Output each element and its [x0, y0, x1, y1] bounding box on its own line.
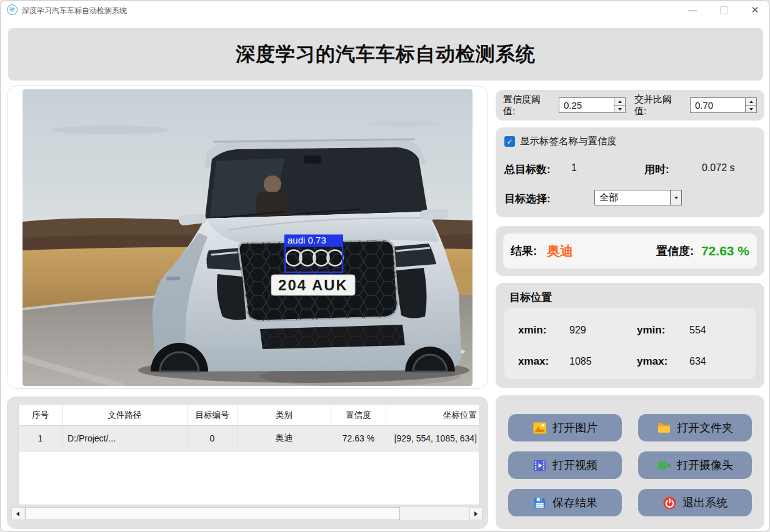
iou-threshold-input[interactable]: [691, 98, 745, 112]
iou-threshold-label: 交并比阈值:: [634, 94, 684, 117]
folder-icon: [657, 421, 671, 435]
dropdown-arrow-button[interactable]: [670, 190, 681, 205]
result-confidence-label: 置信度:: [656, 244, 694, 259]
open-camera-button[interactable]: 打开摄像头: [638, 451, 752, 479]
cell-confidence: 72.63 %: [331, 426, 386, 451]
horizontal-scrollbar[interactable]: [11, 506, 483, 521]
save-icon: [532, 496, 547, 510]
confidence-spin-up-button[interactable]: [614, 98, 625, 105]
open-folder-button[interactable]: 打开文件夹: [638, 414, 752, 441]
col-header-class: 类别: [238, 405, 331, 425]
actions-card: 打开图片 打开文件夹 打开视频: [496, 395, 764, 529]
confidence-threshold-spinbox[interactable]: [559, 97, 626, 113]
xmax-label: xmax:: [518, 355, 549, 368]
col-header-confidence: 置信度: [331, 405, 386, 425]
confidence-threshold-input[interactable]: [559, 98, 614, 112]
cell-index: 1: [19, 426, 62, 451]
xmax-value: 1085: [569, 356, 592, 367]
confidence-spin-down-button[interactable]: [614, 105, 625, 112]
xmin-value: 929: [569, 325, 586, 336]
result-card: 结果: 奥迪 置信度: 72.63 %: [496, 226, 764, 276]
open-image-label: 打开图片: [552, 420, 598, 435]
open-video-label: 打开视频: [552, 458, 598, 473]
save-results-button[interactable]: 保存结果: [508, 489, 622, 516]
scroll-left-icon: [16, 511, 19, 516]
show-labels-label: 显示标签名称与置信度: [520, 135, 617, 148]
table-header-row: 序号 文件路径 目标编号 类别 置信度 坐标位置: [19, 405, 479, 426]
elapsed-time-label: 用时:: [644, 162, 669, 177]
thresholds-card: 置信度阈值: 交并比阈值:: [496, 90, 764, 121]
results-table: 序号 文件路径 目标编号 类别 置信度 坐标位置 1 D:/Project/..…: [18, 404, 479, 505]
detection-label: audi 0.73: [288, 235, 326, 245]
power-icon: [662, 496, 677, 510]
open-video-button[interactable]: 打开视频: [508, 451, 622, 479]
col-header-filepath: 文件路径: [62, 405, 188, 425]
cell-coords: [929, 554, 1085, 634]: [386, 426, 479, 451]
target-select-label: 目标选择:: [504, 192, 551, 206]
maximize-button[interactable]: [713, 1, 734, 19]
camera-icon: [657, 458, 671, 473]
col-header-index: 序号: [19, 405, 62, 425]
target-position-card: 目标位置 xmin: 929 ymin: 554 xmax: 1085 ymax…: [496, 283, 764, 388]
detected-image: 204 AUK audi 0.73: [22, 89, 472, 386]
xmin-label: xmin:: [518, 324, 546, 337]
result-confidence-value: 72.63 %: [701, 244, 749, 259]
confidence-threshold-label: 置信度阈值:: [503, 94, 552, 117]
open-image-button[interactable]: 打开图片: [508, 414, 622, 441]
app-window: 标 深度学习汽车车标自动检测系统 — ✕ 深度学习的汽车车标自动检测系统: [0, 0, 770, 532]
titlebar: 标 深度学习汽车车标自动检测系统 — ✕: [1, 1, 769, 19]
scroll-right-button[interactable]: [469, 507, 482, 520]
iou-threshold-spinbox[interactable]: [690, 97, 757, 113]
cell-filepath: D:/Project/...: [62, 426, 188, 451]
target-select-value: 全部: [595, 192, 670, 204]
target-select-dropdown[interactable]: 全部: [594, 190, 682, 205]
scrollbar-thumb[interactable]: [25, 507, 400, 520]
page-title: 深度学习的汽车车标自动检测系统: [8, 28, 763, 81]
scroll-left-button[interactable]: [11, 507, 24, 520]
minimize-button[interactable]: —: [682, 1, 703, 19]
scroll-right-icon: [474, 511, 478, 516]
close-button[interactable]: ✕: [744, 1, 766, 19]
total-targets-value: 1: [571, 162, 577, 174]
maximize-icon: [720, 6, 728, 14]
col-header-target-id: 目标编号: [188, 405, 238, 425]
open-folder-label: 打开文件夹: [677, 420, 733, 435]
license-plate-text: 204 AUK: [278, 277, 348, 293]
exit-system-label: 退出系统: [682, 495, 728, 510]
video-icon: [532, 458, 547, 473]
image-viewer-card: 204 AUK audi 0.73: [7, 86, 488, 389]
result-value: 奥迪: [547, 242, 573, 260]
app-icon: 标: [7, 4, 18, 15]
iou-spin-up-button[interactable]: [746, 98, 756, 105]
target-position-values: xmin: 929 ymin: 554 xmax: 1085 ymax: 634: [504, 308, 756, 379]
cell-class: 奥迪: [238, 426, 331, 451]
ymin-label: ymin:: [637, 324, 665, 337]
options-card: ✓ 显示标签名称与置信度 总目标数: 1 用时: 0.072 s 目标选择: 全…: [496, 127, 764, 217]
open-camera-label: 打开摄像头: [677, 458, 733, 473]
col-header-coords: 坐标位置: [386, 405, 479, 425]
window-title: 深度学习汽车车标自动检测系统: [22, 6, 127, 16]
elapsed-time-value: 0.072 s: [702, 162, 734, 174]
total-targets-label: 总目标数:: [504, 162, 551, 177]
save-results-label: 保存结果: [552, 495, 598, 510]
exit-system-button[interactable]: 退出系统: [638, 489, 752, 516]
iou-spin-down-button[interactable]: [746, 105, 756, 112]
result-label: 结果:: [511, 244, 537, 259]
results-table-card: 序号 文件路径 目标编号 类别 置信度 坐标位置 1 D:/Project/..…: [7, 397, 488, 529]
cell-target-id: 0: [188, 426, 238, 451]
ymin-value: 554: [689, 325, 706, 336]
ymax-value: 634: [689, 356, 706, 367]
show-labels-checkbox[interactable]: ✓: [504, 136, 515, 147]
image-icon: [532, 421, 547, 435]
table-row[interactable]: 1 D:/Project/... 0 奥迪 72.63 % [929, 554,…: [19, 426, 479, 451]
car-scene: 204 AUK audi 0.73: [22, 89, 472, 386]
target-position-title: 目标位置: [509, 290, 552, 305]
chevron-down-icon: [674, 197, 678, 199]
ymax-label: ymax:: [637, 355, 668, 368]
